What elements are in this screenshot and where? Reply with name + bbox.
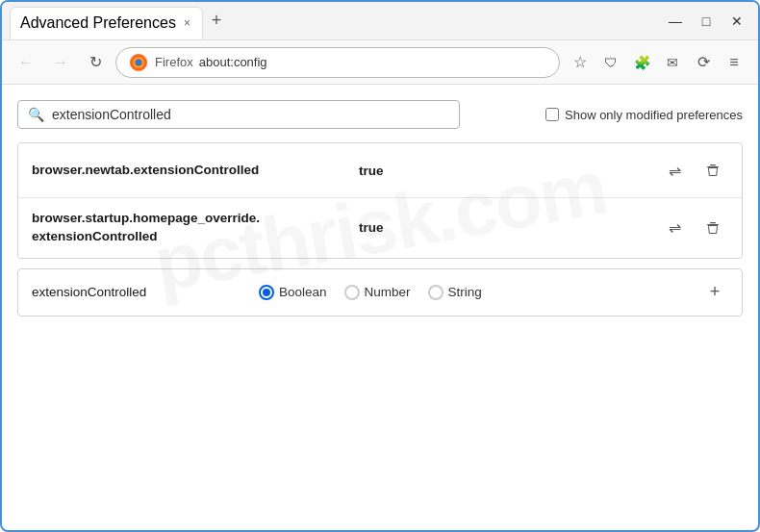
boolean-radio-option[interactable]: Boolean [259,285,327,300]
minimize-button[interactable]: — [662,8,689,35]
nav-right-icons: ☆ 🛡 🧩 ✉ ⟳ ≡ [566,48,748,77]
share-button[interactable]: ✉ [658,48,687,77]
table-row: browser.newtab.extensionControlled true … [18,143,742,198]
new-pref-name: extensionControlled [32,285,243,299]
add-preference-row: extensionControlled Boolean Number Strin… [17,268,743,317]
back-icon: ← [18,54,34,71]
close-button[interactable]: ✕ [723,8,750,35]
content-area: 🔍 Show only modified preferences browser… [2,85,758,332]
svg-point-2 [136,59,142,65]
delete-icon [705,163,721,178]
number-radio-option[interactable]: Number [344,285,411,300]
search-input[interactable] [52,107,449,122]
window-controls: — □ ✕ [662,8,750,35]
sync-button[interactable]: ⟳ [689,48,718,77]
tab-title: Advanced Preferences [20,14,176,32]
number-radio-circle[interactable] [344,285,360,300]
type-radio-group: Boolean Number String [259,285,686,300]
firefox-logo-icon [128,52,149,73]
sync-icon: ⟳ [697,53,710,71]
table-row: browser.startup.homepage_override. exten… [18,198,742,258]
pref-actions: ⇌ [659,155,728,186]
menu-icon: ≡ [729,54,738,71]
pref-value: true [359,164,659,178]
forward-icon: → [53,54,68,71]
shield-icon: 🛡 [604,55,618,70]
tab-close-button[interactable]: × [182,16,192,30]
modified-prefs-checkbox-row: Show only modified preferences [545,108,743,122]
forward-button[interactable]: → [46,48,75,77]
menu-button[interactable]: ≡ [720,48,748,77]
add-preference-button[interactable]: + [701,279,728,306]
pref-name-line2: extensionControlled [32,229,158,243]
svg-rect-6 [710,222,716,223]
delete-icon [705,220,721,236]
bookmark-button[interactable]: ☆ [566,48,595,77]
pref-name-line1: browser.startup.homepage_override. [32,211,260,225]
show-modified-checkbox[interactable] [545,108,559,121]
reload-button[interactable]: ↻ [81,48,110,77]
maximize-button[interactable]: □ [693,8,720,35]
extension-button[interactable]: 🧩 [627,48,656,77]
browser-tab[interactable]: Advanced Preferences × [10,7,203,39]
string-radio-circle[interactable] [428,285,443,300]
pref-value: true [359,220,659,235]
search-box[interactable]: 🔍 [17,100,460,129]
new-tab-button[interactable]: + [203,8,230,35]
search-row: 🔍 Show only modified preferences [17,100,743,129]
pref-actions: ⇌ [659,213,728,243]
share-icon: ✉ [667,55,678,70]
bookmark-icon: ☆ [573,53,587,71]
extension-icon: 🧩 [634,55,650,70]
firefox-label: Firefox [155,55,193,69]
address-bar[interactable]: Firefox about:config [115,47,560,78]
title-bar: Advanced Preferences × + — □ ✕ [2,2,758,40]
svg-rect-4 [710,165,716,165]
pref-name: browser.startup.homepage_override. exten… [32,210,359,246]
swap-button[interactable]: ⇌ [659,213,690,243]
delete-button[interactable] [697,155,728,186]
search-icon: 🔍 [28,107,44,122]
swap-button[interactable]: ⇌ [659,155,690,186]
address-text: about:config [199,55,547,69]
number-radio-label: Number [365,285,411,299]
boolean-radio-circle[interactable] [259,285,274,300]
string-radio-label: String [448,285,482,299]
pref-name: browser.newtab.extensionControlled [32,162,359,180]
string-radio-option[interactable]: String [428,285,482,300]
back-button[interactable]: ← [12,48,40,77]
delete-button[interactable] [697,213,728,243]
show-modified-label[interactable]: Show only modified preferences [565,108,743,122]
shield-button[interactable]: 🛡 [596,48,625,77]
nav-bar: ← → ↻ Firefox about:config ☆ 🛡 🧩 ✉ ⟳ [2,40,758,85]
reload-icon: ↻ [89,53,102,71]
preferences-table: browser.newtab.extensionControlled true … [17,142,743,259]
boolean-radio-label: Boolean [279,285,327,299]
